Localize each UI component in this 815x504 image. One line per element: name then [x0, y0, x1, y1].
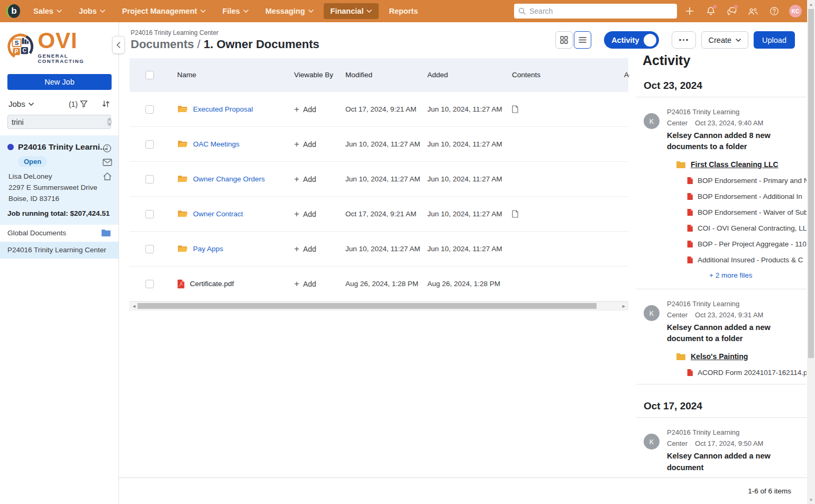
more-files-link[interactable]: + 2 more files: [709, 271, 807, 279]
view-toggle-group: [555, 31, 591, 49]
scroll-down-arrow[interactable]: ▼: [807, 496, 815, 504]
viewable-by-add-button[interactable]: +Add: [291, 105, 341, 114]
entry-text: Kelsey Cannon added a new document: [667, 451, 799, 474]
activity-toggle[interactable]: Activity: [604, 31, 658, 49]
grid-view-button[interactable]: [555, 31, 573, 49]
page-header: P24016 Trinity Learning Center Documents…: [131, 29, 319, 51]
top-nav: b Sales Jobs Project Management Files Me…: [0, 0, 807, 22]
notifications-bell-icon[interactable]: [702, 3, 719, 20]
activity-file-link[interactable]: BOP Endorsement - Waiver of Sub: [687, 208, 807, 216]
chevron-down-icon: [308, 10, 314, 13]
menu-project-management[interactable]: Project Management: [115, 3, 213, 19]
row-checkbox[interactable]: [145, 245, 154, 253]
menu-sales[interactable]: Sales: [26, 3, 69, 19]
table-row[interactable]: Executed Proposal +Add Oct 17, 2024, 9:2…: [130, 92, 628, 127]
scroll-right-arrow[interactable]: ►: [621, 304, 626, 309]
row-checkbox[interactable]: [145, 140, 154, 149]
added-date: Jun 10, 2024, 11:27 AM: [423, 105, 508, 113]
contents-document-icon[interactable]: [508, 105, 621, 113]
menu-financial[interactable]: Financial: [324, 3, 379, 19]
row-checkbox[interactable]: [145, 280, 154, 288]
vertical-scrollbar[interactable]: ▲ ▼: [807, 0, 815, 504]
home-icon[interactable]: [103, 172, 112, 181]
job-address-line1: 2297 E Summersweet Drive: [8, 182, 112, 194]
document-name-link[interactable]: Owner Change Orders: [193, 175, 265, 183]
jobs-dropdown[interactable]: Jobs: [8, 99, 34, 108]
scroll-up-arrow[interactable]: ▲: [807, 0, 815, 8]
horizontal-scrollbar[interactable]: ◄ ►: [130, 301, 628, 310]
scrollbar-thumb[interactable]: [138, 303, 597, 309]
sort-button[interactable]: [102, 100, 110, 108]
scroll-left-arrow[interactable]: ◄: [132, 304, 136, 309]
pdf-file-icon: [687, 193, 693, 200]
header-controls: Activity Create Upload: [555, 31, 795, 49]
global-search: [514, 4, 677, 19]
activity-file-link[interactable]: BOP Endorsement - Additional In: [687, 193, 807, 200]
sidebar-collapse-button[interactable]: [112, 36, 125, 54]
team-people-icon[interactable]: [745, 3, 762, 20]
table-row[interactable]: Owner Contract +Add Oct 17, 2024, 9:21 A…: [130, 197, 628, 232]
activity-folder-link[interactable]: Kelso's Painting: [676, 352, 807, 361]
document-name-link[interactable]: Certificate.pdf: [190, 280, 234, 288]
table-row[interactable]: Pay Apps +Add Jun 10, 2024, 11:27 AM Jun…: [130, 232, 628, 267]
viewable-by-add-button[interactable]: +Add: [291, 244, 341, 253]
create-button[interactable]: Create: [701, 31, 749, 49]
menu-messaging[interactable]: Messaging: [259, 3, 320, 19]
filter-button[interactable]: (1): [69, 100, 88, 108]
help-icon[interactable]: [766, 3, 783, 20]
quick-add-button[interactable]: [681, 3, 698, 20]
sidebar-item-global-documents[interactable]: Global Documents: [0, 225, 118, 242]
new-job-button[interactable]: New Job: [7, 74, 112, 90]
clear-search-icon[interactable]: ✕: [107, 118, 112, 126]
viewable-by-add-button[interactable]: +Add: [291, 209, 341, 218]
menu-files[interactable]: Files: [216, 3, 255, 19]
table-row[interactable]: Certificate.pdf +Add Aug 26, 2024, 1:28 …: [130, 267, 628, 301]
viewable-by-add-button[interactable]: +Add: [291, 140, 341, 149]
modified-date: Aug 26, 2024, 1:28 PM: [341, 280, 423, 288]
info-icon[interactable]: [103, 144, 112, 153]
menu-reports[interactable]: Reports: [382, 3, 425, 19]
sidebar-item-selected-job[interactable]: P24016 Trinity Learning Center: [0, 242, 118, 259]
buildertrend-logo[interactable]: b: [6, 4, 20, 18]
select-all-checkbox[interactable]: [145, 71, 154, 79]
document-name-link[interactable]: Executed Proposal: [193, 105, 253, 113]
viewable-by-add-button[interactable]: +Add: [291, 175, 341, 184]
table-row[interactable]: Owner Change Orders +Add Jun 10, 2024, 1…: [130, 162, 628, 197]
entry-timestamp: Oct 17, 2024, 9:50 AM: [695, 439, 763, 447]
activity-file-link[interactable]: ACORD Form 20241017-162114.p: [687, 369, 807, 377]
more-options-button[interactable]: [672, 31, 696, 49]
activity-file-link[interactable]: COI - OVI General Contracting, LL: [687, 224, 807, 232]
viewable-by-add-button[interactable]: +Add: [291, 279, 341, 288]
scrollbar-thumb[interactable]: [808, 9, 814, 358]
menu-jobs[interactable]: Jobs: [72, 3, 112, 19]
job-contact: Lisa DeLoney: [8, 171, 112, 182]
user-avatar[interactable]: KC: [789, 5, 802, 17]
activity-file-link[interactable]: BOP Endorsement - Primary and N: [687, 177, 807, 185]
breadcrumb-documents-link[interactable]: Documents: [131, 38, 194, 51]
toggle-knob: [644, 34, 656, 47]
pdf-file-icon: [687, 240, 693, 248]
document-name-link[interactable]: Owner Contract: [193, 210, 243, 218]
upload-button[interactable]: Upload: [754, 31, 795, 49]
list-view-button[interactable]: [574, 31, 591, 49]
activity-entry: K P24016 Trinity Learning CenterOct 17, …: [636, 418, 807, 481]
row-checkbox[interactable]: [145, 210, 154, 218]
activity-file-link[interactable]: Additional Insured - Products & C: [687, 256, 807, 264]
activity-folder-link[interactable]: First Class Cleaning LLC: [676, 160, 807, 169]
activity-file-link[interactable]: BOP - Per Project Aggregate - 110: [687, 240, 807, 248]
job-search-input[interactable]: [12, 118, 107, 126]
plus-icon: +: [294, 140, 299, 149]
document-name-link[interactable]: OAC Meetings: [193, 140, 240, 148]
chevron-down-icon: [243, 10, 249, 13]
email-icon[interactable]: [103, 159, 112, 166]
row-checkbox[interactable]: [145, 105, 154, 114]
table-row[interactable]: OAC Meetings +Add Jun 10, 2024, 11:27 AM…: [130, 127, 628, 162]
contents-document-icon[interactable]: [508, 210, 621, 218]
document-name-link[interactable]: Pay Apps: [193, 245, 223, 253]
documents-table: Name Viewable By Modified Added Contents…: [130, 58, 628, 310]
row-checkbox[interactable]: [145, 175, 154, 184]
search-input[interactable]: [529, 7, 673, 15]
messages-chat-icon[interactable]: [724, 3, 740, 20]
main-menu: Sales Jobs Project Management Files Mess…: [26, 3, 425, 19]
job-card[interactable]: P24016 Trinity Learni... Open Lisa DeLon…: [0, 135, 118, 225]
